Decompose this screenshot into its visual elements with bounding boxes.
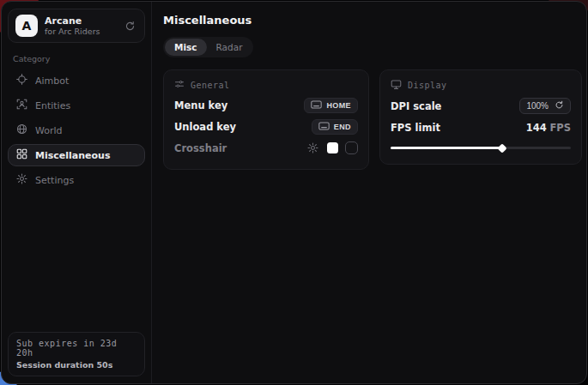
app-subtitle: for Arc Riders (45, 27, 115, 37)
fps-limit-value: 144 FPS (526, 122, 571, 134)
app-logo: A (15, 15, 38, 37)
sidebar-item-settings[interactable]: Settings (8, 169, 145, 191)
session-duration: Session duration 50s (16, 360, 136, 370)
menu-key-value: HOME (326, 101, 351, 110)
crosshair-settings-gear-icon[interactable] (305, 141, 320, 156)
tab-bar: Misc Radar (163, 37, 253, 57)
menu-key-button[interactable]: HOME (304, 98, 358, 113)
dpi-scale-button[interactable]: 100% (519, 98, 571, 114)
category-label: Category (13, 54, 140, 63)
sidebar-spacer (8, 191, 145, 332)
display-panel: Display DPI scale 100% FPS limit (379, 69, 582, 165)
general-panel-title: General (191, 81, 230, 90)
menu-key-row: Menu key HOME (174, 94, 358, 116)
monitor-icon (391, 79, 402, 92)
grid-icon (16, 148, 27, 162)
refresh-icon (555, 100, 564, 111)
unload-key-value: END (334, 123, 351, 131)
globe-icon (16, 123, 27, 137)
profile-meta: Arcane for Arc Riders (45, 15, 115, 37)
fps-limit-row: FPS limit 144 FPS (391, 117, 571, 138)
sidebar-nav: Aimbot Entities World (8, 69, 145, 191)
subscription-expiry: Sub expires in 23d 20h (16, 339, 136, 358)
display-panel-header: Display (391, 79, 571, 92)
general-panel-header: General (174, 79, 358, 91)
sidebar-item-label: Miscellaneous (35, 150, 110, 161)
crosshair-checkbox[interactable] (345, 141, 358, 154)
fps-slider-thumb[interactable] (498, 143, 507, 153)
menu-key-label: Menu key (174, 99, 227, 111)
page-title: Miscellaneous (163, 14, 582, 27)
crosshair-controls (305, 141, 358, 156)
dpi-scale-value: 100% (526, 101, 549, 111)
sidebar-item-miscellaneous[interactable]: Miscellaneous (8, 144, 145, 166)
subscription-card: Sub expires in 23d 20h Session duration … (8, 332, 145, 376)
entities-icon (16, 99, 27, 112)
fps-number: 144 (526, 122, 547, 134)
dpi-scale-label: DPI scale (391, 100, 441, 112)
sidebar: A Arcane for Arc Riders Category Aimbot (2, 2, 152, 383)
crosshair-label: Crosshair (174, 142, 227, 154)
gear-icon (16, 173, 27, 187)
unload-key-row: Unload key END (174, 116, 358, 137)
fps-limit-slider[interactable] (391, 141, 571, 153)
sidebar-item-label: World (35, 125, 63, 136)
main-content: Miscellaneous Misc Radar General (152, 2, 587, 383)
unload-key-label: Unload key (174, 121, 236, 133)
panels-row: General Menu key HOME Unload key (163, 69, 582, 170)
profile-card: A Arcane for Arc Riders (8, 9, 145, 43)
fps-limit-label: FPS limit (391, 122, 440, 134)
app-title: Arcane (45, 15, 115, 27)
crosshair-icon (16, 74, 27, 87)
sync-icon[interactable] (122, 18, 137, 33)
tab-misc[interactable]: Misc (165, 39, 207, 56)
tab-radar[interactable]: Radar (207, 39, 252, 56)
sidebar-item-aimbot[interactable]: Aimbot (8, 69, 145, 92)
sidebar-item-world[interactable]: World (8, 119, 145, 141)
fps-unit: FPS (549, 122, 571, 134)
sidebar-item-label: Settings (35, 175, 74, 186)
crosshair-color-swatch[interactable] (327, 142, 338, 153)
fps-slider-fill (391, 147, 502, 149)
sidebar-item-label: Aimbot (35, 75, 69, 87)
sidebar-item-entities[interactable]: Entities (8, 94, 145, 117)
app-window: A Arcane for Arc Riders Category Aimbot (1, 1, 587, 384)
keyboard-icon (311, 100, 322, 111)
sliders-icon (174, 79, 185, 91)
general-panel: General Menu key HOME Unload key (163, 69, 369, 170)
sidebar-item-label: Entities (35, 100, 70, 111)
crosshair-row: Crosshair (174, 137, 358, 159)
display-panel-title: Display (408, 81, 447, 90)
keyboard-icon (318, 122, 330, 132)
dpi-scale-row: DPI scale 100% (391, 95, 571, 117)
unload-key-button[interactable]: END (312, 119, 358, 135)
